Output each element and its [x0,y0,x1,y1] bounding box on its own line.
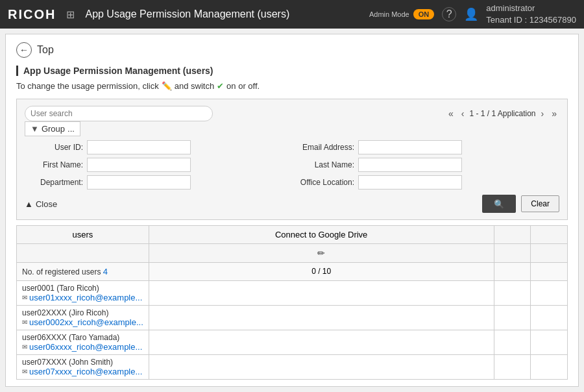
user-search-input[interactable] [25,106,213,121]
app-edit-cell: ✏ [149,244,494,263]
email-label: Email Address: [296,143,354,152]
last-name-input[interactable] [358,158,462,172]
table-row: user0001 (Taro Ricoh) ✉ user01xxxx_ricoh… [17,281,568,306]
pagination-info: 1 - 1 / 1 Application [469,109,535,118]
empty-u4-3 [531,355,568,380]
user-email-4: ✉ user07xxxx_ricoh@example... [22,367,143,376]
users-sub-cell [17,244,149,263]
app-cell-1 [149,281,494,306]
grid-icon[interactable]: ⊞ [66,8,75,21]
usage-count-cell: 0 / 10 [149,263,494,281]
clear-button[interactable]: Clear [521,195,559,212]
email-icon-2: ✉ [22,319,27,326]
instruction: To change the usage permission, click ✏️… [16,81,568,91]
check-icon: ✔ [217,81,224,91]
user-cell-2: user02XXXX (Jiro Ricoh) ✉ user0002xx_ric… [17,306,149,330]
empty-u3-2 [494,330,531,355]
filter-icon: ▼ [30,124,39,134]
office-input[interactable] [358,175,462,190]
table-row: user02XXXX (Jiro Ricoh) ✉ user0002xx_ric… [17,306,568,330]
empty-u2-2 [494,306,531,330]
user-cell-3: user06XXXX (Taro Yamada) ✉ user06xxxx_ri… [17,330,149,355]
group-filter-button[interactable]: ▼ Group ... [25,121,80,136]
user-info: administrator Tenant ID : 1234567890 [486,3,576,26]
user-id-input[interactable] [87,140,191,154]
user-icon[interactable]: 👤 [464,7,478,21]
col-users: users [17,226,149,244]
department-label: Department: [25,178,83,187]
search-panel: « ‹ 1 - 1 / 1 Application › » ▼ Group ..… [16,99,568,220]
first-name-input[interactable] [87,158,191,172]
user-id-label: User ID: [25,143,83,152]
instruction-switch: and switch [175,81,214,91]
first-page-button[interactable]: « [446,107,456,120]
user-name: administrator [486,3,576,14]
registered-label: No. of registered users [22,267,101,276]
user-name-2: user02XXXX (Jiro Ricoh) [22,308,143,317]
edit-pencil-icon[interactable]: ✏ [317,248,325,258]
instruction-prefix: To change the usage permission, click [16,81,159,91]
email-icon-3: ✉ [22,343,27,350]
close-label: Close [36,199,57,209]
user-email-3: ✉ user06xxxx_ricoh@example... [22,342,143,352]
user-name-4: user07XXXX (John Smith) [22,358,143,367]
empty-u1-2 [494,281,531,306]
help-button[interactable]: ? [442,7,456,21]
button-row: ▲ Close 🔍 Clear [25,195,559,213]
filter-row: ▼ Group ... [25,121,559,136]
pencil-icon: ✏️ [162,81,172,91]
page-title: App Usage Permission Management (users) [23,66,213,76]
table-row: user06XXXX (Taro Yamada) ✉ user06xxxx_ri… [17,330,568,355]
prev-page-button[interactable]: ‹ [459,107,467,120]
last-name-row: Last Name: [296,158,559,172]
search-icon: 🔍 [494,199,504,209]
empty-u2-3 [531,306,568,330]
office-label: Office Location: [296,178,354,187]
search-area [25,106,433,121]
last-page-button[interactable]: » [549,107,559,120]
last-name-label: Last Name: [296,160,354,169]
registered-users-row: No. of registered users 4 0 / 10 [17,263,568,281]
app-cell-4 [149,355,494,380]
group-dots: ... [67,124,75,134]
user-cell-1: user0001 (Taro Ricoh) ✉ user01xxxx_ricoh… [17,281,149,306]
registered-count: 4 [103,267,108,276]
search-top-row: « ‹ 1 - 1 / 1 Application › » [25,106,559,121]
search-button[interactable]: 🔍 [482,195,516,213]
instruction-end: on or off. [226,81,260,91]
first-name-label: First Name: [25,160,83,169]
tenant-id: Tenant ID : 1234567890 [486,14,576,26]
empty-u1-3 [531,281,568,306]
admin-toggle[interactable]: ON [413,9,435,19]
pagination: « ‹ 1 - 1 / 1 Application › » [433,107,559,120]
admin-mode-section: Admin Mode ON [369,9,434,19]
back-nav: ← Top [16,42,568,58]
empty-reg2 [494,263,531,281]
app-cell-3 [149,330,494,355]
group-label: Group [42,124,65,134]
back-button[interactable]: ← [16,42,32,58]
header: RICOH ⊞ App Usage Permission Management … [0,0,584,29]
empty-sub2 [494,244,531,263]
email-icon-4: ✉ [22,368,27,375]
empty-sub3 [531,244,568,263]
empty-reg3 [531,263,568,281]
back-title: Top [37,44,54,56]
user-cell-4: user07XXXX (John Smith) ✉ user07xxxx_ric… [17,355,149,380]
department-input[interactable]: Sales Division [87,175,191,190]
page-content: ← Top App Usage Permission Management (u… [5,34,579,387]
user-name-1: user0001 (Taro Ricoh) [22,284,143,293]
next-page-button[interactable]: › [539,107,547,120]
search-form: User ID: Email Address: First Name: Last… [25,140,559,190]
table-subheader-row: ✏ [17,244,568,263]
email-input[interactable] [358,140,462,154]
table-header-row: users Connect to Google Drive [17,226,568,244]
user-email-text-2: user0002xx_ricoh@example... [29,317,143,327]
logo: RICOH [8,7,56,22]
user-email-text-4: user07xxxx_ricoh@example... [29,367,142,376]
data-table: users Connect to Google Drive ✏ No. of r… [16,225,568,380]
empty-u3-3 [531,330,568,355]
department-row: Department: Sales Division [25,175,288,190]
col-empty2 [494,226,531,244]
close-button[interactable]: ▲ Close [25,199,57,209]
